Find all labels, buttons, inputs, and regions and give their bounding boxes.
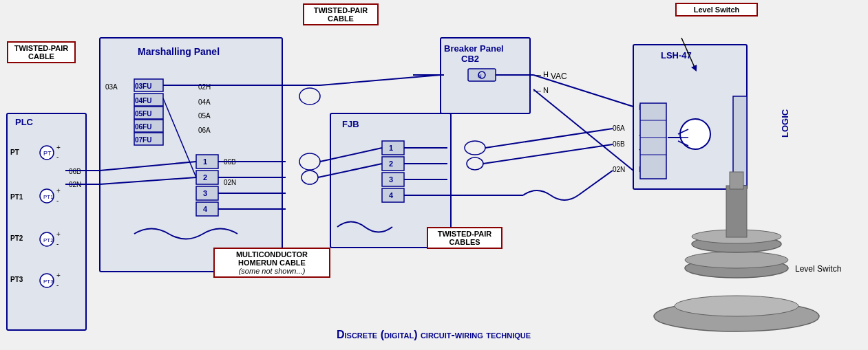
svg-point-47 [301,171,318,184]
pt-minus: - [56,153,59,161]
lsh47-title: LSH-47 [661,50,692,61]
svg-point-69 [685,252,788,268]
svg-rect-73 [730,172,743,189]
pt1-circle: PT1 [43,194,54,200]
svg-rect-72 [726,186,747,237]
breaker-panel-cb2: CB2 [461,54,479,64]
pt2-minus: - [56,240,59,248]
vac-label: VAC [551,72,567,81]
svg-point-55 [467,157,483,170]
fjb-term-2: 2 [389,160,393,168]
breaker-symbol: N [478,73,482,79]
breaker-panel-title: Breaker Panel [444,43,504,54]
marshalling-panel-title: Marshalling Panel [138,46,220,57]
diagram: Marshalling Panel Breaker Panel CB2 FJB … [0,0,868,350]
pt-plus: + [56,144,61,151]
wire-04a-label: 04A [198,98,211,106]
svg-point-67 [675,296,798,316]
twisted-pair-cables-bottom-label: TWISTED-PAIRCABLES [427,227,502,249]
fjb-title: FJB [342,119,359,129]
level-switch-top-label: Level Switch [675,3,758,17]
svg-line-42 [320,75,441,85]
pt3-minus: - [56,281,59,289]
marsh-term-2: 2 [203,173,207,182]
plc-title: PLC [15,117,34,127]
wire-06a-label: 06A [613,124,625,132]
svg-point-40 [299,88,320,105]
svg-rect-20 [640,103,666,179]
multiconductor-label: MULTICONDUCTORHOMERUN CABLE(some not sho… [213,248,330,278]
svg-rect-1 [100,38,282,272]
wire-02n-marsh: 02N [224,179,236,186]
pt3-plus: + [56,272,61,279]
fjb-term-4: 4 [389,191,394,199]
pt1-plus: + [56,187,61,195]
svg-rect-18 [468,69,496,81]
marsh-term-4: 4 [203,205,208,213]
wire-05a-label: 05A [198,112,211,120]
pt2-plus: + [56,230,61,238]
svg-point-52 [465,141,485,155]
pt-circle: PT [43,150,52,157]
fuse-04fu: 04FU [135,97,151,105]
pt1-minus: - [56,197,59,204]
pt3-label: PT3 [10,276,23,283]
wiring-diagram: Marshalling Panel Breaker Panel CB2 FJB … [0,0,868,350]
svg-point-44 [299,153,320,170]
svg-line-59 [578,171,613,195]
logic-label: LOGIC [780,109,790,138]
twisted-pair-cable-top-label: TWISTED-PAIRCABLE [303,3,379,25]
marsh-term-3: 3 [203,189,207,197]
fuse-03fu: 03FU [135,83,151,90]
wire-06b-label: 06B [613,140,625,148]
wire-02n-right-label: 02N [613,166,625,173]
fuse-05fu: 05FU [135,110,151,118]
twisted-pair-cable-left-label: TWISTED-PAIRCABLE [7,41,76,63]
fuse-06fu: 06FU [135,123,151,131]
pt1-label: PT1 [10,193,23,201]
fjb-term-3: 3 [389,175,393,184]
wire-06b-left: 06B [69,168,81,175]
marsh-term-1: 1 [203,157,207,166]
pt2-label: PT2 [10,234,23,242]
level-switch-bottom-label: Level Switch [795,264,841,274]
pt2-circle: PT2 [43,237,54,243]
pt-label: PT [10,149,19,156]
svg-line-56 [483,144,613,164]
n-label: — N [533,86,549,94]
bottom-title: Discrete (digital) circuit-wiring techni… [337,329,531,340]
svg-point-24 [680,119,710,149]
fjb-term-1: 1 [389,144,393,152]
pt3-circle: PT3 [43,278,54,285]
wire-02h-label: 02H [198,83,211,91]
wire-03a-label: 03A [105,83,118,91]
wire-06a-marsh-label: 06A [198,127,211,134]
fuse-07fu: 07FU [135,136,151,144]
